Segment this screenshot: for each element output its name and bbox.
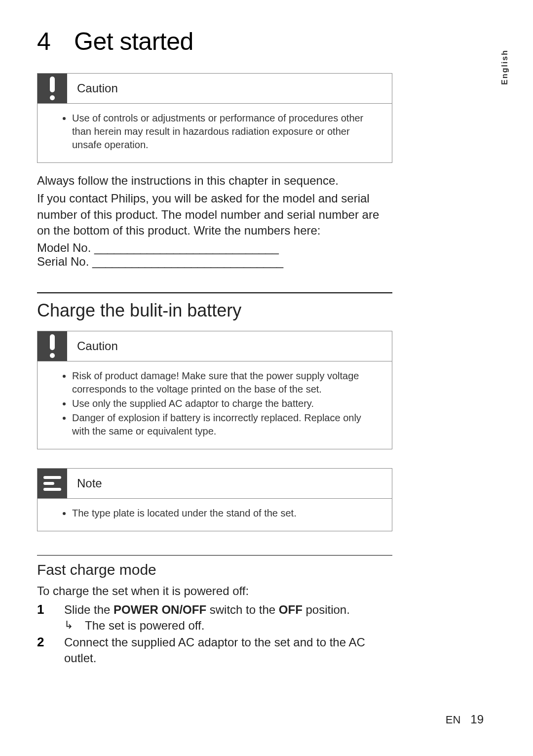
subsection-divider [37, 555, 392, 556]
callout-body: Use of controls or adjustments or perfor… [38, 104, 392, 162]
step-2: 2 Connect the supplied AC adaptor to the… [37, 635, 392, 667]
chapter-heading-text: Get started [74, 28, 193, 55]
callout-body: Risk of product damage! Make sure that t… [38, 361, 392, 449]
footer-lang: EN [446, 714, 461, 726]
page-footer: EN 19 [446, 713, 484, 726]
intro-line-1: Always follow the instructions in this c… [37, 173, 392, 189]
step-1-result: ↳ The set is powered off. [37, 619, 392, 633]
caution-item: Use only the supplied AC adaptor to char… [72, 397, 377, 410]
callout-header: Caution [38, 74, 392, 104]
callout-header: Caution [38, 331, 392, 361]
sub-step-text: The set is powered off. [85, 619, 204, 633]
caution-box-2: Caution Risk of product damage! Make sur… [37, 331, 392, 449]
section-divider [37, 292, 392, 293]
language-tab: English [500, 49, 509, 85]
serial-no-line: Serial No. _____________________________ [37, 255, 392, 269]
step-1: 1 Slide the POWER ON/OFF switch to the O… [37, 602, 392, 618]
step-text: Connect the supplied AC adaptor to the s… [64, 635, 392, 667]
step-number: 2 [37, 635, 64, 650]
step-number: 1 [37, 602, 64, 617]
callout-body: The type plate is located under the stan… [38, 499, 392, 531]
intro-line-2: If you contact Philips, you will be aske… [37, 191, 392, 239]
callout-header: Note [38, 469, 392, 499]
note-item: The type plate is located under the stan… [72, 507, 377, 520]
note-box-1: Note The type plate is located under the… [37, 468, 392, 531]
caution-item: Use of controls or adjustments or perfor… [72, 112, 377, 152]
caution-icon [38, 331, 67, 361]
instruction-label: To charge the set when it is powered off… [37, 584, 392, 598]
caution-item: Risk of product damage! Make sure that t… [72, 369, 377, 396]
section-heading-charge: Charge the bulit-in battery [37, 300, 392, 321]
chapter-title: 4Get started [37, 27, 392, 56]
callout-title: Caution [67, 339, 118, 353]
callout-title: Note [67, 477, 102, 490]
caution-icon [38, 74, 67, 103]
caution-box-1: Caution Use of controls or adjustments o… [37, 73, 392, 163]
chapter-number: 4 [37, 27, 74, 56]
callout-title: Caution [67, 81, 118, 95]
footer-page-number: 19 [470, 713, 484, 726]
step-text: Slide the POWER ON/OFF switch to the OFF… [64, 602, 350, 618]
caution-item: Danger of explosion if battery is incorr… [72, 411, 377, 438]
arrow-icon: ↳ [64, 619, 85, 632]
subsection-heading-fast-charge: Fast charge mode [37, 561, 392, 578]
model-no-line: Model No. ____________________________ [37, 241, 392, 255]
note-icon [38, 469, 67, 498]
